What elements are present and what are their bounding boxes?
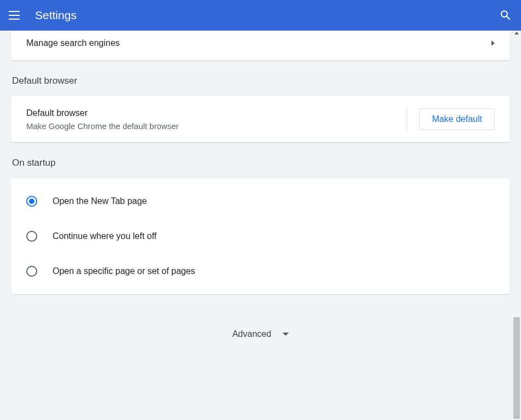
radio-icon <box>26 266 37 277</box>
on-startup-section-title: On startup <box>12 158 510 168</box>
menu-icon[interactable] <box>9 9 22 22</box>
startup-option-specific-pages[interactable]: Open a specific page or set of pages <box>11 254 510 289</box>
chevron-right-icon <box>491 40 495 46</box>
divider <box>407 107 407 131</box>
startup-option-label: Open the New Tab page <box>53 196 147 206</box>
content-area: Manage search engines Default browser De… <box>0 31 521 420</box>
default-browser-card: Default browser Make Google Chrome the d… <box>11 96 510 142</box>
scroll-thumb[interactable] <box>513 317 520 419</box>
default-browser-section-title: Default browser <box>12 75 510 86</box>
page-title: Settings <box>35 9 499 22</box>
startup-option-label: Open a specific page or set of pages <box>53 266 195 276</box>
header-bar: Settings <box>0 0 521 31</box>
startup-option-label: Continue where you left off <box>53 231 157 241</box>
advanced-toggle[interactable]: Advanced <box>11 310 510 372</box>
on-startup-card: Open the New Tab page Continue where you… <box>11 178 510 294</box>
make-default-button[interactable]: Make default <box>419 108 495 130</box>
search-icon[interactable] <box>499 9 512 22</box>
startup-option-new-tab[interactable]: Open the New Tab page <box>11 184 510 219</box>
default-browser-subtitle: Make Google Chrome the default browser <box>26 121 395 131</box>
manage-search-engines-row[interactable]: Manage search engines <box>11 31 510 60</box>
startup-option-continue[interactable]: Continue where you left off <box>11 219 510 254</box>
scrollbar[interactable] <box>512 31 521 420</box>
default-browser-info: Default browser Make Google Chrome the d… <box>26 108 395 131</box>
advanced-label: Advanced <box>232 329 271 339</box>
radio-icon <box>26 196 37 207</box>
default-browser-title: Default browser <box>26 108 395 118</box>
manage-search-engines-label: Manage search engines <box>26 38 120 48</box>
radio-icon <box>26 231 37 242</box>
scroll-up-icon <box>514 32 519 34</box>
chevron-down-icon <box>282 332 289 336</box>
